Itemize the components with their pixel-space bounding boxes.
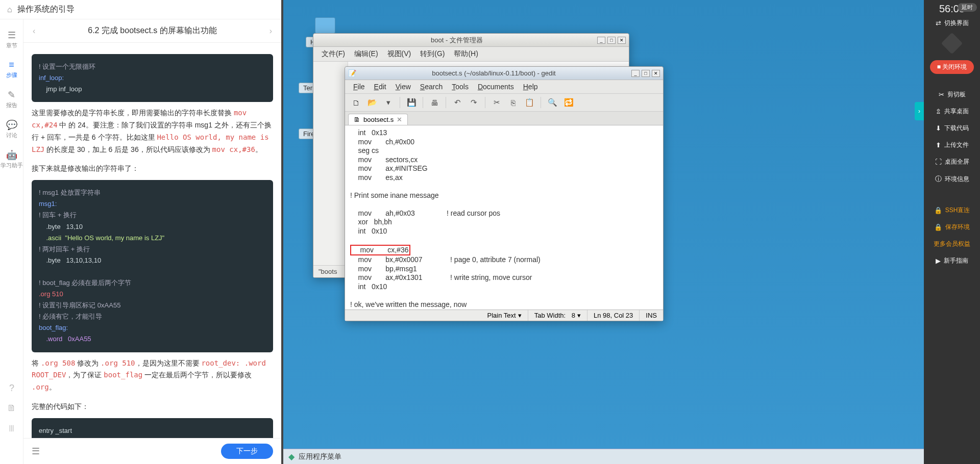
save-env-button[interactable]: 🔒保存环境: [934, 219, 970, 236]
save-icon[interactable]: 💾: [405, 96, 418, 109]
status-language[interactable]: Plain Text▾: [481, 310, 528, 321]
file-icon: 🗎: [354, 116, 360, 123]
upload-file-button[interactable]: ⬆上传文件: [936, 137, 969, 153]
chevron-down-icon[interactable]: ▾: [382, 96, 395, 109]
close-button[interactable]: ✕: [652, 70, 660, 77]
left-panel: ⌂ 操作系统的引导 ☰章节 ≡步骤 ✎报告 💬讨论 🤖学习助手 ? 🗎 ⫼ ‹ …: [0, 0, 283, 464]
print-icon[interactable]: 🖶: [428, 96, 441, 109]
play-icon: ▶: [936, 257, 941, 265]
sidebar-item-discuss[interactable]: 💬讨论: [6, 114, 17, 144]
guide-button[interactable]: ▶新手指南: [936, 252, 968, 269]
highlighted-line: mov cx,#36: [350, 245, 410, 256]
code-block-2: ! msg1 处放置字符串 msg1: ! 回车 + 换行 .byte 13,1…: [32, 180, 273, 352]
download-code-button[interactable]: ⬇下载代码: [936, 120, 969, 137]
menu-help[interactable]: Help: [519, 82, 542, 92]
lock-icon: 🔒: [934, 207, 942, 214]
stats-icon[interactable]: ⫼: [7, 423, 16, 433]
taskbar[interactable]: ◆ 应用程序菜单: [283, 449, 924, 464]
menu-edit[interactable]: Edit: [370, 82, 390, 92]
chapters-icon: ☰: [8, 30, 16, 41]
chevron-down-icon: ▾: [518, 312, 522, 319]
fullscreen-button[interactable]: ⛶桌面全屏: [935, 153, 969, 170]
sidebar-item-assistant[interactable]: 🤖学习助手: [1, 144, 23, 174]
redo-icon[interactable]: ↷: [467, 96, 480, 109]
desktop[interactable]: Ho Terminal Firefox boot - 文件管理器 _□✕ 文件(…: [283, 0, 924, 464]
switch-view-button[interactable]: ⇄切换界面: [936, 15, 969, 32]
menu-help[interactable]: 帮助(H): [450, 48, 482, 60]
sidebar-item-steps[interactable]: ≡步骤: [6, 55, 17, 84]
maximize-button[interactable]: □: [607, 37, 616, 44]
left-sidebar: ☰章节 ≡步骤 ✎报告 💬讨论 🤖学习助手 ? 🗎 ⫼: [0, 19, 23, 464]
fm-sidebar: [313, 62, 348, 265]
menu-view[interactable]: View: [391, 82, 415, 92]
minimize-button[interactable]: _: [597, 37, 605, 44]
switch-icon: ⇄: [936, 19, 941, 27]
menu-view[interactable]: 视图(V): [383, 48, 415, 60]
search-icon[interactable]: 🔍: [546, 96, 559, 109]
home-icon[interactable]: ⌂: [7, 5, 12, 14]
code-block-3: entry _start _start: mov ah,#0x03: [32, 418, 273, 438]
section-title: 6.2 完成 bootsect.s 的屏幕输出功能: [88, 25, 217, 36]
next-button[interactable]: 下一步: [221, 444, 273, 459]
fm-titlebar[interactable]: boot - 文件管理器 _□✕: [313, 34, 629, 47]
steps-icon: ≡: [9, 60, 14, 70]
gedit-toolbar: 🗋 📂 ▾ 💾 🖶 ↶ ↷ ✂ ⎘ 📋 🔍 🔁: [345, 94, 663, 112]
content-scroll[interactable]: ! 设置一个无限循环 inf_loop: jmp inf_loop 这里需要修改…: [23, 43, 281, 438]
cut-icon[interactable]: ✂: [490, 96, 503, 109]
chevron-left-icon[interactable]: ‹: [33, 27, 35, 36]
more-privileges-button[interactable]: 更多会员权益: [934, 236, 970, 252]
minimize-button[interactable]: _: [631, 70, 640, 77]
clipboard-button[interactable]: ✂剪切板: [939, 86, 966, 103]
status-cursor-pos: Ln 98, Col 23: [587, 310, 640, 321]
desktop-folder-icon[interactable]: [311, 17, 339, 35]
toc-icon[interactable]: ☰: [32, 446, 40, 457]
open-file-icon[interactable]: 📂: [365, 96, 379, 109]
copy-icon[interactable]: ⎘: [506, 96, 520, 109]
menu-file[interactable]: File: [349, 82, 369, 92]
gedit-title: bootsect.s (~/oslab/linux-0.11/boot) - g…: [356, 69, 631, 77]
gedit-titlebar[interactable]: 📝 bootsect.s (~/oslab/linux-0.11/boot) -…: [345, 67, 663, 80]
app-menu-label[interactable]: 应用程序菜单: [299, 452, 341, 461]
upload-icon: ⬆: [936, 141, 941, 149]
menu-edit[interactable]: 编辑(E): [350, 48, 382, 60]
menu-file[interactable]: 文件(F): [317, 48, 349, 60]
paragraph-4: 完整的代码如下：: [32, 401, 273, 413]
undo-icon[interactable]: ↶: [451, 96, 464, 109]
close-button[interactable]: ✕: [618, 37, 626, 44]
page-title: 操作系统的引导: [17, 4, 75, 15]
menu-documents[interactable]: Documents: [474, 82, 518, 92]
env-info-button[interactable]: ⓘ环境信息: [935, 170, 969, 188]
code-block-1: ! 设置一个无限循环 inf_loop: jmp inf_loop: [32, 54, 273, 102]
close-tab-icon[interactable]: ✕: [397, 116, 402, 123]
editor-area[interactable]: int 0x13 mov ch,#0x00 seg cs mov sectors…: [345, 125, 663, 310]
tab-bootsect[interactable]: 🗎 bootsect.s ✕: [348, 114, 408, 125]
doc-icon[interactable]: 🗎: [7, 403, 16, 414]
gedit-statusbar: Plain Text▾ Tab Width: 8▾ Ln 98, Col 23 …: [345, 310, 663, 321]
paragraph-1: 这里需要修改的是字符串长度，即用需要输出的字符串长度替换 mov cx,#24 …: [32, 107, 273, 156]
menu-tools[interactable]: Tools: [448, 82, 473, 92]
fm-menubar: 文件(F) 编辑(E) 视图(V) 转到(G) 帮助(H): [313, 47, 629, 62]
ssh-button[interactable]: 🔒SSH直连: [934, 202, 970, 219]
help-icon[interactable]: ?: [9, 383, 14, 394]
lock-icon: 🔒: [934, 223, 942, 231]
sidebar-item-chapters[interactable]: ☰章节: [6, 24, 17, 55]
share-icon: ⇬: [936, 108, 941, 115]
maximize-button[interactable]: □: [642, 70, 650, 77]
menu-search[interactable]: Search: [416, 82, 447, 92]
share-desktop-button[interactable]: ⇬共享桌面: [936, 103, 969, 120]
menu-goto[interactable]: 转到(G): [416, 48, 449, 60]
breadcrumb: ⌂ 操作系统的引导: [0, 0, 281, 19]
collapse-sidebar-button[interactable]: ›: [915, 102, 924, 120]
chevron-right-icon[interactable]: ›: [270, 27, 272, 36]
section-header: ‹ 6.2 完成 bootsect.s 的屏幕输出功能 ›: [23, 19, 281, 43]
replace-icon[interactable]: 🔁: [562, 96, 575, 109]
paste-icon[interactable]: 📋: [523, 96, 536, 109]
sidebar-item-report[interactable]: ✎报告: [6, 84, 17, 114]
new-file-icon[interactable]: 🗋: [349, 96, 362, 109]
env-logo-icon: [941, 33, 963, 54]
gedit-window[interactable]: 📝 bootsect.s (~/oslab/linux-0.11/boot) -…: [345, 66, 664, 321]
status-tabwidth[interactable]: Tab Width: 8▾: [528, 310, 587, 321]
app-menu-icon[interactable]: ◆: [288, 452, 295, 461]
gedit-menubar: File Edit View Search Tools Documents He…: [345, 80, 663, 94]
close-env-button[interactable]: ■ 关闭环境: [930, 60, 974, 74]
